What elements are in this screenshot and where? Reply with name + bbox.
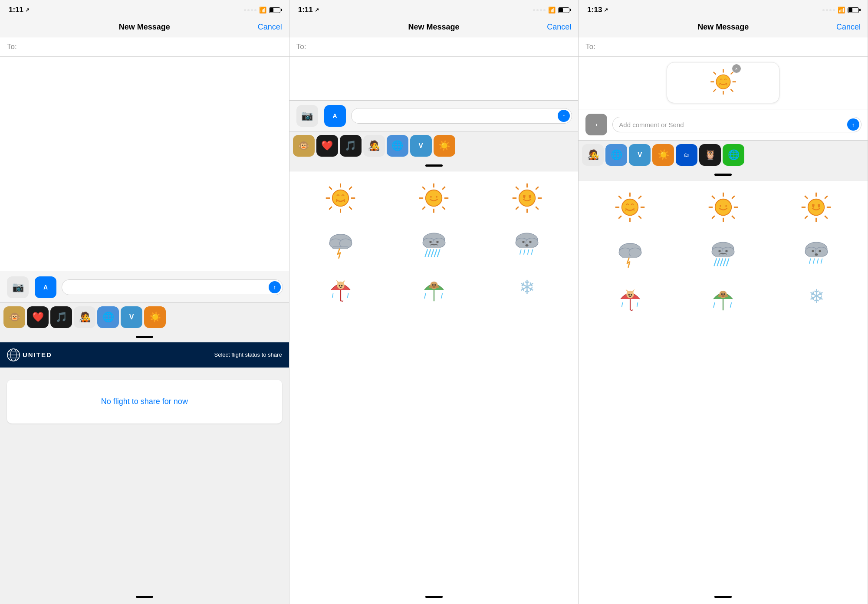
app-icon-music-2[interactable]: 🎵 (340, 135, 362, 157)
sticker-cloud-lightning-2[interactable] (296, 224, 385, 263)
sticker-cat-umbrella-2[interactable] (296, 270, 385, 309)
chevron-button-3[interactable]: › (585, 114, 607, 135)
app-icon-heart-2[interactable]: ❤️ (316, 135, 338, 157)
svg-line-155 (637, 303, 638, 307)
scroll-indicator-3 (714, 174, 732, 176)
sticker-cloud-drizzle-3[interactable] (772, 233, 861, 272)
sticker-sun-smile-3[interactable] (679, 187, 768, 226)
sticker-dog-umbrella-3[interactable] (679, 279, 768, 318)
wifi-icon-1: 📶 (259, 7, 266, 13)
svg-line-106 (712, 196, 715, 199)
scroll-indicator-1 (136, 336, 153, 338)
app-icon-monkey-2[interactable]: 🐵 (293, 135, 315, 157)
svg-line-61 (532, 249, 533, 254)
cancel-button-3[interactable]: Cancel (836, 23, 861, 32)
message-input-1[interactable]: ↑ (62, 279, 283, 295)
svg-line-86 (730, 72, 733, 75)
status-time-2: 1:11 ↗ (298, 6, 319, 14)
svg-line-134 (727, 259, 729, 266)
app-icon-globe-1[interactable]: 🌐 (97, 306, 119, 328)
cancel-button-2[interactable]: Cancel (547, 23, 571, 32)
battery-icon-2 (558, 7, 569, 13)
app-icon-sun-3[interactable]: ☀️ (652, 144, 674, 166)
sticker-dog-umbrella-2[interactable] (389, 270, 478, 309)
sticker-sun-heart-2[interactable] (483, 178, 572, 217)
svg-line-131 (717, 259, 720, 266)
app-icon-trello-3[interactable]: 🗂 (676, 144, 697, 166)
message-input-2[interactable]: ↑ (351, 108, 572, 124)
svg-line-47 (434, 249, 436, 256)
sticker-close-button[interactable]: × (732, 64, 741, 73)
to-label-1: To: (7, 43, 17, 51)
sticker-cloud-drizzle-2[interactable] (483, 224, 572, 263)
app-icon-character-2[interactable]: 🧑‍🎤 (363, 135, 385, 157)
app-icon-extra-3[interactable]: 🌐 (723, 144, 744, 166)
app-icon-music-1[interactable]: 🎵 (50, 306, 72, 328)
sticker-row-sun-2 (289, 171, 579, 224)
to-field-3[interactable]: To: (579, 37, 868, 57)
app-icon-owl-3[interactable]: 🦉 (699, 144, 721, 166)
camera-button-1[interactable]: 📷 (7, 276, 29, 298)
status-bar-1: 1:11 ↗ 📶 (0, 0, 289, 19)
input-bar-2: 📷 A ↑ (289, 100, 579, 131)
sticker-snowflake-2[interactable]: ❄ (483, 270, 572, 309)
svg-rect-39 (332, 246, 348, 249)
send-button-2[interactable]: ↑ (558, 110, 570, 122)
cancel-button-1[interactable]: Cancel (258, 23, 282, 32)
sticker-snowflake-3[interactable]: ❄ (772, 279, 861, 318)
send-button-1[interactable]: ↑ (269, 281, 281, 293)
app-icon-character-1[interactable]: 🧑‍🎤 (74, 306, 95, 328)
send-button-3[interactable]: ↑ (847, 118, 859, 131)
camera-button-2[interactable]: 📷 (296, 105, 318, 127)
svg-line-145 (813, 259, 815, 263)
app-icon-monkey-1[interactable]: 🐵 (3, 306, 25, 328)
no-flight-card: No flight to share for now (7, 380, 282, 423)
battery-icon-1 (269, 7, 280, 13)
sticker-cloud-rain-3[interactable] (679, 233, 768, 272)
app-icon-sun-2[interactable]: ☀️ (434, 135, 455, 157)
svg-point-72 (429, 286, 433, 288)
svg-line-11 (349, 187, 352, 190)
app-icon-venmo-3[interactable]: V (629, 144, 651, 166)
sticker-sun-smile-2[interactable] (389, 178, 478, 217)
svg-point-141 (812, 250, 814, 252)
svg-line-133 (723, 259, 726, 266)
message-area-2 (289, 57, 579, 100)
svg-line-95 (618, 196, 621, 199)
nav-bar-2: New Message Cancel (289, 19, 579, 37)
svg-point-99 (622, 199, 638, 215)
svg-point-111 (720, 205, 721, 207)
svg-point-66 (339, 285, 341, 287)
svg-point-35 (519, 190, 535, 206)
to-field-1[interactable]: To: (0, 37, 289, 57)
svg-line-45 (428, 249, 430, 256)
app-icon-venmo-1[interactable]: V (121, 306, 142, 328)
svg-line-109 (712, 216, 715, 219)
svg-point-157 (719, 291, 727, 299)
app-icon-venmo-2[interactable]: V (410, 135, 432, 157)
sticker-sun-laugh-2[interactable] (296, 178, 385, 217)
battery-icon-3 (848, 7, 859, 13)
sticker-cloud-rain-2[interactable] (389, 224, 478, 263)
app-icon-character-3[interactable]: 🧑‍🎤 (582, 144, 604, 166)
signal-icon-1 (244, 9, 256, 11)
comment-input-3[interactable]: Add comment or Send ↑ (612, 117, 861, 132)
svg-point-161 (723, 293, 725, 295)
to-field-2[interactable]: To: (289, 37, 579, 57)
app-icon-globe-2[interactable]: 🌐 (387, 135, 408, 157)
app-store-button-1[interactable]: A (35, 276, 56, 298)
status-icons-1: 📶 (244, 7, 280, 13)
status-icons-2: 📶 (533, 7, 569, 13)
sticker-cat-umbrella-3[interactable] (585, 279, 674, 318)
svg-point-121 (808, 199, 825, 215)
nav-title-3: New Message (697, 23, 749, 32)
sticker-sun-heart-3[interactable] (772, 187, 861, 226)
app-icon-globe-3[interactable]: 🌐 (605, 144, 627, 166)
sticker-sun-laugh-3[interactable] (585, 187, 674, 226)
sticker-cloud-lightning-3[interactable] (585, 233, 674, 272)
message-area-3: × (579, 57, 868, 109)
app-store-button-2[interactable]: A (324, 105, 346, 127)
app-icon-heart-1[interactable]: ❤️ (27, 306, 49, 328)
svg-line-146 (817, 259, 819, 263)
app-icon-sun-1[interactable]: ☀️ (144, 306, 166, 328)
